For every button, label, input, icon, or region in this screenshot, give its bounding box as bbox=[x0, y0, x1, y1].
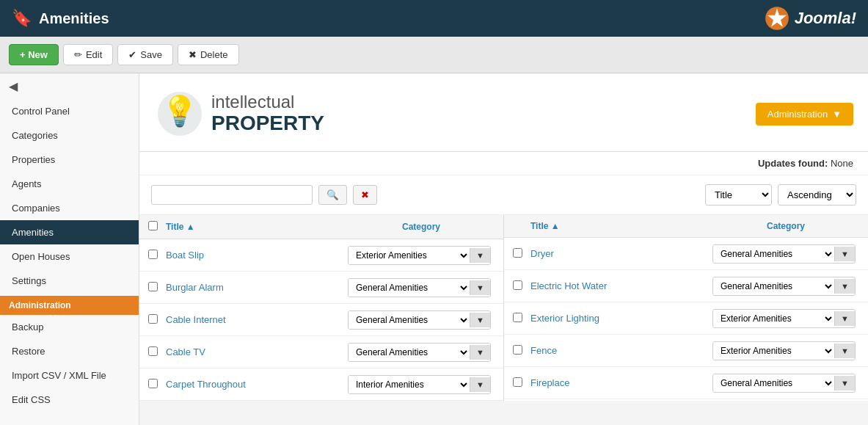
sidebar-item-open-houses[interactable]: Open Houses bbox=[0, 244, 139, 269]
sidebar-item-amenities[interactable]: Amenities bbox=[0, 220, 139, 244]
category-select[interactable]: Exterior Amenities General Amenities Int… bbox=[713, 277, 834, 295]
row-checkbox[interactable] bbox=[513, 280, 522, 290]
row-title-link[interactable]: Electric Hot Water bbox=[530, 280, 607, 291]
search-icon: 🔍 bbox=[327, 189, 339, 200]
clear-search-button[interactable]: ✖ bbox=[353, 185, 377, 205]
category-select-wrap: Exterior Amenities General Amenities Int… bbox=[712, 374, 856, 393]
sidebar: ◀ Control Panel Categories Properties Ag… bbox=[0, 73, 139, 425]
x-icon: ✖ bbox=[189, 49, 197, 60]
save-button[interactable]: ✔ Save bbox=[117, 44, 173, 65]
category-select[interactable]: Exterior Amenities General Amenities Int… bbox=[349, 247, 470, 264]
dropdown-arrow-icon[interactable]: ▼ bbox=[834, 311, 855, 326]
sort-direction-select[interactable]: Ascending Descending bbox=[778, 184, 856, 206]
row-title-link[interactable]: Fence bbox=[530, 345, 557, 356]
row-title-link[interactable]: Cable Internet bbox=[166, 314, 226, 325]
category-select[interactable]: Exterior Amenities General Amenities Int… bbox=[349, 279, 470, 297]
right-title-header[interactable]: Title ▲ bbox=[530, 221, 712, 231]
dropdown-arrow-icon[interactable]: ▼ bbox=[470, 280, 490, 295]
sidebar-item-edit-css[interactable]: Edit CSS bbox=[0, 388, 139, 412]
left-title-header[interactable]: Title ▲ bbox=[166, 222, 348, 232]
joomla-text: Joomla! bbox=[795, 9, 856, 28]
dropdown-arrow-icon[interactable]: ▼ bbox=[834, 344, 855, 358]
row-title-link[interactable]: Boat Slip bbox=[166, 250, 204, 261]
search-button[interactable]: 🔍 bbox=[318, 185, 347, 205]
content-area: 💡 intellectual PROPERTY Administration ▼… bbox=[139, 73, 868, 425]
row-checkbox[interactable] bbox=[148, 250, 158, 259]
table-row: Boat Slip Exterior Amenities General Ame… bbox=[139, 239, 503, 272]
table-row: Fireplace Exterior Amenities General Ame… bbox=[504, 367, 868, 399]
select-all-left-checkbox[interactable] bbox=[148, 221, 158, 230]
logo-text: intellectual PROPERTY bbox=[211, 92, 324, 134]
sidebar-toggle[interactable]: ◀ bbox=[0, 73, 139, 99]
table-row: Cable TV Exterior Amenities General Amen… bbox=[139, 336, 503, 368]
category-select[interactable]: Exterior Amenities General Amenities Int… bbox=[713, 342, 834, 360]
top-bar: 🔖 Amenities Joomla! bbox=[0, 0, 868, 37]
category-select[interactable]: Exterior Amenities General Amenities Int… bbox=[713, 310, 834, 327]
search-input[interactable] bbox=[151, 185, 313, 205]
sidebar-item-categories[interactable]: Categories bbox=[0, 123, 139, 148]
category-select[interactable]: Exterior Amenities General Amenities Int… bbox=[349, 376, 470, 393]
filter-section: Filter: - Select Category - Exterior Ame… bbox=[0, 418, 139, 425]
row-title-link[interactable]: Burglar Alarm bbox=[166, 282, 224, 293]
sidebar-item-restore[interactable]: Restore bbox=[0, 339, 139, 363]
main-layout: ◀ Control Panel Categories Properties Ag… bbox=[0, 73, 868, 425]
category-select[interactable]: Exterior Amenities General Amenities Int… bbox=[349, 311, 470, 329]
row-checkbox[interactable] bbox=[513, 377, 522, 387]
row-checkbox[interactable] bbox=[513, 313, 522, 322]
category-select-wrap: Exterior Amenities General Amenities Int… bbox=[348, 343, 491, 362]
sidebar-item-import[interactable]: Import CSV / XML File bbox=[0, 363, 139, 388]
right-table-header: Title ▲ Category bbox=[504, 215, 868, 238]
dropdown-arrow-icon[interactable]: ▼ bbox=[470, 313, 490, 327]
category-select-wrap: Exterior Amenities General Amenities Int… bbox=[348, 246, 491, 265]
category-select-wrap: Exterior Amenities General Amenities Int… bbox=[348, 375, 491, 394]
left-table: Title ▲ Category Boat Slip Exterior Amen… bbox=[139, 215, 504, 401]
table-row: Exterior Lighting Exterior Amenities Gen… bbox=[504, 302, 868, 335]
app-title: Amenities bbox=[39, 10, 109, 27]
row-title-link[interactable]: Carpet Throughout bbox=[166, 379, 246, 390]
delete-button[interactable]: ✖ Delete bbox=[178, 44, 239, 65]
check-icon: ✔ bbox=[128, 49, 136, 60]
row-checkbox[interactable] bbox=[148, 314, 158, 324]
table-row: Electric Hot Water Exterior Amenities Ge… bbox=[504, 270, 868, 302]
new-button[interactable]: + New bbox=[9, 44, 59, 65]
dropdown-arrow-icon[interactable]: ▼ bbox=[834, 376, 855, 391]
row-title-link[interactable]: Exterior Lighting bbox=[530, 313, 599, 324]
row-checkbox[interactable] bbox=[513, 345, 522, 355]
table-row: Dryer Exterior Amenities General Ameniti… bbox=[504, 238, 868, 270]
category-select[interactable]: Exterior Amenities General Amenities Int… bbox=[349, 344, 470, 361]
row-checkbox[interactable] bbox=[513, 248, 522, 258]
ip-logo: 💡 intellectual PROPERTY bbox=[154, 88, 324, 139]
admin-arrow-icon: ▼ bbox=[832, 109, 842, 120]
category-select[interactable]: Exterior Amenities General Amenities Int… bbox=[713, 374, 834, 392]
table-row: Fence Exterior Amenities General Ameniti… bbox=[504, 335, 868, 367]
row-title-link[interactable]: Fireplace bbox=[530, 377, 569, 388]
sidebar-item-companies[interactable]: Companies bbox=[0, 196, 139, 220]
edit-button[interactable]: ✏ Edit bbox=[63, 44, 113, 65]
dropdown-arrow-icon[interactable]: ▼ bbox=[470, 248, 490, 263]
admin-section-label: Administration bbox=[0, 296, 139, 315]
table-row: Burglar Alarm Exterior Amenities General… bbox=[139, 272, 503, 304]
joomla-logo: Joomla! bbox=[764, 5, 856, 32]
sidebar-item-properties[interactable]: Properties bbox=[0, 148, 139, 172]
category-select-wrap: Exterior Amenities General Amenities Int… bbox=[712, 277, 856, 296]
sidebar-item-control-panel[interactable]: Control Panel bbox=[0, 99, 139, 123]
dropdown-arrow-icon[interactable]: ▼ bbox=[470, 345, 490, 360]
row-title-link[interactable]: Cable TV bbox=[166, 346, 205, 357]
row-checkbox[interactable] bbox=[148, 379, 158, 388]
ip-logo-icon: 💡 bbox=[154, 88, 205, 139]
category-select[interactable]: Exterior Amenities General Amenities Int… bbox=[713, 245, 834, 263]
row-title-link[interactable]: Dryer bbox=[530, 248, 554, 259]
dropdown-arrow-icon[interactable]: ▼ bbox=[834, 247, 855, 261]
sidebar-item-agents[interactable]: Agents bbox=[0, 172, 139, 196]
sidebar-item-settings[interactable]: Settings bbox=[0, 269, 139, 293]
sidebar-item-backup[interactable]: Backup bbox=[0, 315, 139, 339]
row-checkbox[interactable] bbox=[148, 346, 158, 356]
logo-bar: 💡 intellectual PROPERTY Administration ▼ bbox=[139, 73, 868, 152]
dropdown-arrow-icon[interactable]: ▼ bbox=[834, 279, 855, 294]
administration-button[interactable]: Administration ▼ bbox=[756, 103, 853, 126]
sort-field-select[interactable]: Title Category ID bbox=[705, 184, 772, 206]
dropdown-arrow-icon[interactable]: ▼ bbox=[470, 377, 490, 392]
right-table: Title ▲ Category Dryer Exterior Amenitie… bbox=[504, 215, 868, 401]
joomla-star-icon bbox=[764, 5, 790, 32]
row-checkbox[interactable] bbox=[148, 282, 158, 291]
